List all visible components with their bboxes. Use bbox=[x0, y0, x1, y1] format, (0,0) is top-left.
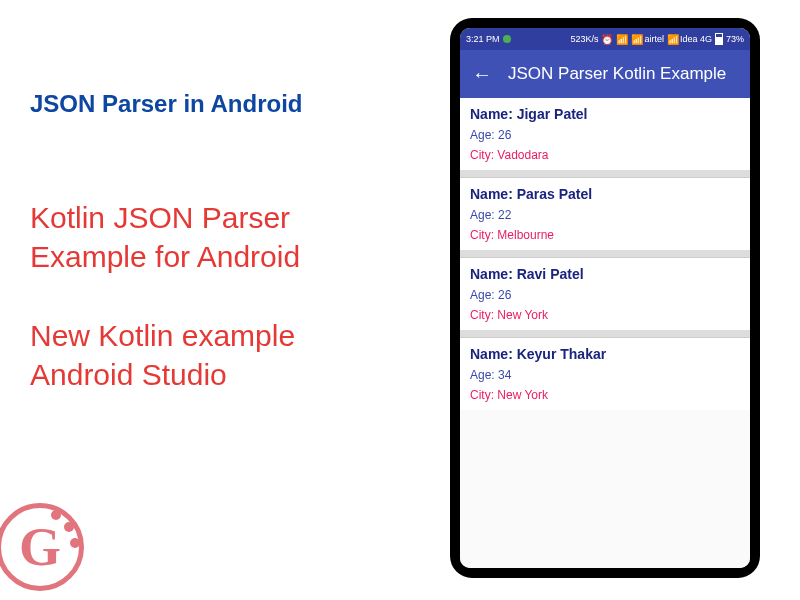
alarm-icon: ⏰ bbox=[601, 34, 613, 45]
item-city: City: New York bbox=[470, 308, 740, 322]
phone-device-frame: 3:21 PM 523K/s ⏰ 📶 📶airtel 📶Idea 4G 73% … bbox=[450, 18, 760, 578]
logo-letter: G bbox=[19, 516, 61, 578]
brand-logo: G bbox=[0, 503, 91, 598]
status-speed: 523K/s bbox=[570, 34, 598, 44]
item-city: City: Melbourne bbox=[470, 228, 740, 242]
item-age: Age: 34 bbox=[470, 368, 740, 382]
item-age: Age: 26 bbox=[470, 128, 740, 142]
item-name: Name: Keyur Thakar bbox=[470, 346, 740, 362]
item-name: Name: Ravi Patel bbox=[470, 266, 740, 282]
logo-dot bbox=[51, 510, 61, 520]
divider bbox=[460, 330, 750, 337]
heading-blue: JSON Parser in Android bbox=[30, 90, 430, 118]
whatsapp-icon bbox=[503, 35, 511, 43]
battery-percent: 73% bbox=[726, 34, 744, 44]
wifi-icon: 📶 bbox=[616, 34, 628, 45]
logo-dot bbox=[64, 522, 74, 532]
list-container[interactable]: Name: Jigar Patel Age: 26 City: Vadodara… bbox=[460, 98, 750, 568]
item-name: Name: Jigar Patel bbox=[470, 106, 740, 122]
item-age: Age: 22 bbox=[470, 208, 740, 222]
divider bbox=[460, 250, 750, 257]
heading-red-1: Kotlin JSON Parser Example for Android bbox=[30, 198, 430, 276]
logo-dot bbox=[70, 538, 80, 548]
item-city: City: Vadodara bbox=[470, 148, 740, 162]
item-age: Age: 26 bbox=[470, 288, 740, 302]
app-bar-title: JSON Parser Kotlin Example bbox=[508, 64, 726, 84]
battery-icon bbox=[715, 33, 723, 45]
item-city: City: New York bbox=[470, 388, 740, 402]
divider bbox=[460, 170, 750, 177]
list-item[interactable]: Name: Keyur Thakar Age: 34 City: New Yor… bbox=[460, 337, 750, 410]
app-bar: ← JSON Parser Kotlin Example bbox=[460, 50, 750, 98]
list-item[interactable]: Name: Ravi Patel Age: 26 City: New York bbox=[460, 257, 750, 330]
status-bar: 3:21 PM 523K/s ⏰ 📶 📶airtel 📶Idea 4G 73% bbox=[460, 28, 750, 50]
list-item[interactable]: Name: Jigar Patel Age: 26 City: Vadodara bbox=[460, 98, 750, 170]
carrier-1: 📶airtel bbox=[631, 34, 664, 45]
list-item[interactable]: Name: Paras Patel Age: 22 City: Melbourn… bbox=[460, 177, 750, 250]
back-icon[interactable]: ← bbox=[472, 63, 492, 86]
carrier-2: 📶Idea 4G bbox=[667, 34, 712, 45]
heading-red-2: New Kotlin example Android Studio bbox=[30, 316, 430, 394]
status-time: 3:21 PM bbox=[466, 34, 500, 44]
item-name: Name: Paras Patel bbox=[470, 186, 740, 202]
